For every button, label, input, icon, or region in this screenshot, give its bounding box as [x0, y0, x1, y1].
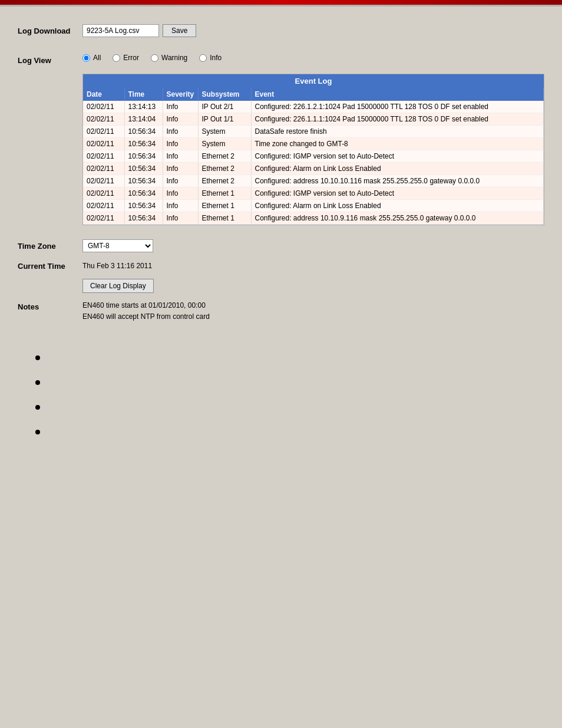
table-row: 02/02/1110:56:34InfoEthernet 1Configured…: [83, 187, 544, 200]
cell-severity-6: Info: [163, 175, 198, 187]
timezone-select[interactable]: GMT-12GMT-11GMT-10GMT-9GMT-8GMT-7GMT-6GM…: [82, 239, 153, 252]
cell-time-4: 10:56:34: [124, 150, 163, 163]
event-log-section: Event Log Date Time Severity Subsystem E…: [18, 74, 544, 232]
event-log-tbody: 02/02/1113:14:13InfoIP Out 2/1Configured…: [83, 101, 544, 225]
table-row: 02/02/1113:14:13InfoIP Out 2/1Configured…: [83, 101, 544, 113]
cell-event-5: Configured: Alarm on Link Loss Enabled: [251, 163, 544, 175]
main-content: Log Download Save Log View All Error War…: [0, 18, 562, 341]
bullet-item-1: [35, 353, 562, 361]
cell-date-5: 02/02/11: [83, 163, 124, 175]
notes-body: EN460 time starts at 01/01/2010, 00:00 E…: [82, 300, 544, 322]
cell-event-0: Configured: 226.1.2.1:1024 Pad 15000000 …: [251, 101, 544, 113]
log-view-label: Log View: [18, 54, 82, 65]
bullet-text-3: [46, 403, 48, 411]
cell-subsystem-9: Ethernet 1: [198, 212, 251, 225]
cell-event-2: DataSafe restore finish: [251, 126, 544, 138]
bullet-item-3: [35, 403, 562, 411]
radio-warning[interactable]: Warning: [151, 54, 187, 62]
bullet-dot-3: [35, 405, 40, 410]
cell-event-3: Time zone changed to GMT-8: [251, 138, 544, 150]
cell-date-1: 02/02/11: [83, 113, 124, 126]
cell-severity-5: Info: [163, 163, 198, 175]
cell-event-9: Configured: address 10.10.9.116 mask 255…: [251, 212, 544, 225]
cell-time-5: 10:56:34: [124, 163, 163, 175]
top-accent-bar: [0, 0, 562, 5]
cell-event-4: Configured: IGMP version set to Auto-Det…: [251, 150, 544, 163]
cell-date-2: 02/02/11: [83, 126, 124, 138]
event-log-header-row: Date Time Severity Subsystem Event: [83, 88, 544, 101]
radio-info[interactable]: Info: [199, 54, 222, 62]
notes-label: Notes: [18, 300, 82, 311]
cell-severity-1: Info: [163, 113, 198, 126]
table-row: 02/02/1110:56:34InfoEthernet 2Configured…: [83, 175, 544, 187]
event-log-body: Event Log Date Time Severity Subsystem E…: [82, 74, 544, 232]
bullets-section: [0, 353, 562, 436]
cell-time-0: 13:14:13: [124, 101, 163, 113]
cell-severity-8: Info: [163, 200, 198, 212]
cell-subsystem-5: Ethernet 2: [198, 163, 251, 175]
col-header-date: Date: [83, 88, 124, 101]
table-row: 02/02/1110:56:34InfoSystemDataSafe resto…: [83, 126, 544, 138]
event-log-table: Date Time Severity Subsystem Event 02/02…: [83, 88, 544, 225]
notes-line-1: EN460 time starts at 01/01/2010, 00:00: [82, 300, 544, 311]
cell-event-8: Configured: Alarm on Link Loss Enabled: [251, 200, 544, 212]
bullet-dot-4: [35, 430, 40, 434]
log-filename-input[interactable]: [82, 24, 159, 37]
log-view-section: Log View All Error Warning Info: [18, 54, 544, 67]
radio-all[interactable]: All: [82, 54, 101, 62]
event-log-thead: Date Time Severity Subsystem Event: [83, 88, 544, 101]
cell-time-7: 10:56:34: [124, 187, 163, 200]
cell-subsystem-1: IP Out 1/1: [198, 113, 251, 126]
radio-error-input[interactable]: [113, 54, 120, 62]
col-header-severity: Severity: [163, 88, 198, 101]
bullet-dot-1: [35, 355, 40, 360]
cell-subsystem-2: System: [198, 126, 251, 138]
radio-info-label: Info: [210, 54, 222, 62]
table-row: 02/02/1113:14:04InfoIP Out 1/1Configured…: [83, 113, 544, 126]
radio-warning-label: Warning: [161, 54, 187, 62]
radio-error-label: Error: [123, 54, 139, 62]
cell-date-4: 02/02/11: [83, 150, 124, 163]
event-log-title: Event Log: [83, 74, 544, 88]
cell-event-7: Configured: IGMP version set to Auto-Det…: [251, 187, 544, 200]
cell-date-8: 02/02/11: [83, 200, 124, 212]
save-button[interactable]: Save: [163, 24, 196, 37]
radio-error[interactable]: Error: [113, 54, 139, 62]
cell-severity-9: Info: [163, 212, 198, 225]
clear-log-button[interactable]: Clear Log Display: [82, 279, 154, 293]
cell-time-3: 10:56:34: [124, 138, 163, 150]
cell-event-6: Configured: address 10.10.10.116 mask 25…: [251, 175, 544, 187]
log-download-body: Save: [82, 24, 544, 37]
notes-section: Notes EN460 time starts at 01/01/2010, 0…: [18, 300, 544, 322]
cell-event-1: Configured: 226.1.1.1:1024 Pad 15000000 …: [251, 113, 544, 126]
cell-time-1: 13:14:04: [124, 113, 163, 126]
radio-warning-input[interactable]: [151, 54, 158, 62]
radio-info-input[interactable]: [199, 54, 207, 62]
bullet-item-2: [35, 378, 562, 386]
cell-severity-0: Info: [163, 101, 198, 113]
second-bar: [0, 5, 562, 6]
table-row: 02/02/1110:56:34InfoEthernet 1Configured…: [83, 200, 544, 212]
radio-all-input[interactable]: [82, 54, 90, 62]
cell-date-9: 02/02/11: [83, 212, 124, 225]
notes-line-2: EN460 will accept NTP from control card: [82, 311, 544, 322]
current-time-label: Current Time: [18, 259, 82, 271]
event-log-container: Event Log Date Time Severity Subsystem E…: [82, 74, 544, 225]
bullet-text-2: [46, 378, 48, 386]
bullet-text-1: [46, 353, 48, 361]
cell-subsystem-0: IP Out 2/1: [198, 101, 251, 113]
timezone-label: Time Zone: [18, 239, 82, 251]
cell-subsystem-3: System: [198, 138, 251, 150]
event-log-spacer: [18, 74, 82, 76]
cell-severity-7: Info: [163, 187, 198, 200]
table-row: 02/02/1110:56:34InfoEthernet 2Configured…: [83, 150, 544, 163]
cell-time-9: 10:56:34: [124, 212, 163, 225]
cell-time-8: 10:56:34: [124, 200, 163, 212]
timezone-body: GMT-12GMT-11GMT-10GMT-9GMT-8GMT-7GMT-6GM…: [82, 239, 544, 252]
cell-time-6: 10:56:34: [124, 175, 163, 187]
clear-log-body: Clear Log Display: [82, 278, 544, 293]
table-row: 02/02/1110:56:34InfoSystemTime zone chan…: [83, 138, 544, 150]
radio-all-label: All: [93, 54, 101, 62]
current-time-value: Thu Feb 3 11:16 2011: [82, 259, 544, 270]
timezone-section: Time Zone GMT-12GMT-11GMT-10GMT-9GMT-8GM…: [18, 239, 544, 252]
